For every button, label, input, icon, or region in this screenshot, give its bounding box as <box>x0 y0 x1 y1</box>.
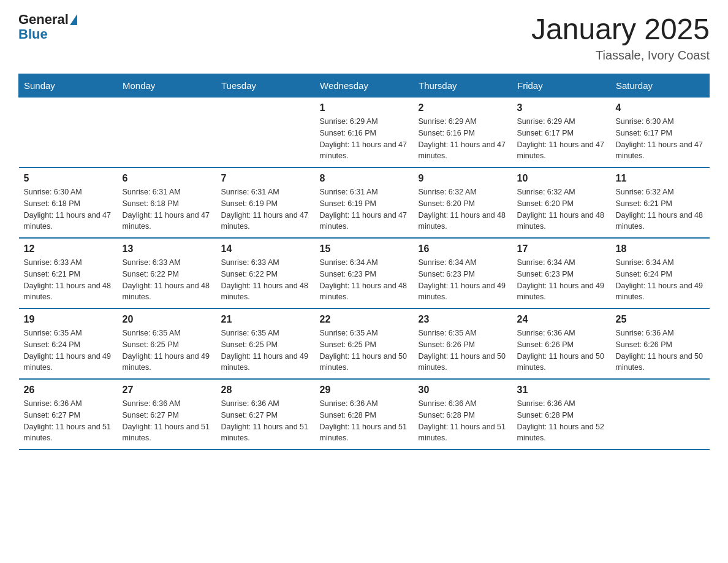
calendar-cell: 23Sunrise: 6:35 AMSunset: 6:26 PMDayligh… <box>414 308 512 379</box>
calendar-cell: 27Sunrise: 6:36 AMSunset: 6:27 PMDayligh… <box>118 379 216 450</box>
day-number: 13 <box>123 243 211 255</box>
day-info: Sunrise: 6:34 AMSunset: 6:23 PMDaylight:… <box>320 257 409 303</box>
logo-triangle-icon <box>70 14 77 25</box>
day-number: 29 <box>320 385 409 396</box>
day-number: 23 <box>419 314 507 325</box>
day-info: Sunrise: 6:29 AMSunset: 6:16 PMDaylight:… <box>419 116 507 162</box>
weekday-header-thursday: Thursday <box>414 74 512 98</box>
calendar-cell: 29Sunrise: 6:36 AMSunset: 6:28 PMDayligh… <box>315 379 414 450</box>
weekday-header-monday: Monday <box>118 74 216 98</box>
calendar-cell: 10Sunrise: 6:32 AMSunset: 6:20 PMDayligh… <box>512 167 611 238</box>
page-header: General Blue January 2025 Tiassale, Ivor… <box>18 12 710 63</box>
week-row-1: 1Sunrise: 6:29 AMSunset: 6:16 PMDaylight… <box>19 98 710 168</box>
calendar-cell: 9Sunrise: 6:32 AMSunset: 6:20 PMDaylight… <box>414 167 512 238</box>
calendar-cell: 28Sunrise: 6:36 AMSunset: 6:27 PMDayligh… <box>216 379 315 450</box>
calendar-cell: 4Sunrise: 6:30 AMSunset: 6:17 PMDaylight… <box>611 98 710 168</box>
day-info: Sunrise: 6:31 AMSunset: 6:19 PMDaylight:… <box>320 186 409 232</box>
day-info: Sunrise: 6:34 AMSunset: 6:23 PMDaylight:… <box>517 257 606 303</box>
logo-blue-text: Blue <box>18 26 48 42</box>
calendar-cell: 25Sunrise: 6:36 AMSunset: 6:26 PMDayligh… <box>611 308 710 379</box>
day-info: Sunrise: 6:32 AMSunset: 6:20 PMDaylight:… <box>517 186 606 232</box>
calendar-table: SundayMondayTuesdayWednesdayThursdayFrid… <box>18 74 710 450</box>
calendar-cell: 14Sunrise: 6:33 AMSunset: 6:22 PMDayligh… <box>216 238 315 308</box>
day-number: 5 <box>24 173 113 184</box>
day-info: Sunrise: 6:31 AMSunset: 6:18 PMDaylight:… <box>123 186 211 232</box>
day-info: Sunrise: 6:31 AMSunset: 6:19 PMDaylight:… <box>221 186 310 232</box>
day-number: 14 <box>221 243 310 255</box>
weekday-header-tuesday: Tuesday <box>216 74 315 98</box>
calendar-header: SundayMondayTuesdayWednesdayThursdayFrid… <box>19 74 710 98</box>
calendar-cell: 31Sunrise: 6:36 AMSunset: 6:28 PMDayligh… <box>512 379 611 450</box>
logo: General Blue <box>18 12 77 42</box>
day-info: Sunrise: 6:30 AMSunset: 6:17 PMDaylight:… <box>616 116 705 162</box>
calendar-cell: 12Sunrise: 6:33 AMSunset: 6:21 PMDayligh… <box>19 238 118 308</box>
week-row-3: 12Sunrise: 6:33 AMSunset: 6:21 PMDayligh… <box>19 238 710 308</box>
calendar-cell: 6Sunrise: 6:31 AMSunset: 6:18 PMDaylight… <box>118 167 216 238</box>
week-row-5: 26Sunrise: 6:36 AMSunset: 6:27 PMDayligh… <box>19 379 710 450</box>
day-info: Sunrise: 6:29 AMSunset: 6:17 PMDaylight:… <box>517 116 606 162</box>
day-number: 2 <box>419 102 507 113</box>
day-info: Sunrise: 6:29 AMSunset: 6:16 PMDaylight:… <box>320 116 409 162</box>
weekday-header-row: SundayMondayTuesdayWednesdayThursdayFrid… <box>19 74 710 98</box>
day-info: Sunrise: 6:35 AMSunset: 6:25 PMDaylight:… <box>123 327 211 373</box>
week-row-2: 5Sunrise: 6:30 AMSunset: 6:18 PMDaylight… <box>19 167 710 238</box>
calendar-cell: 11Sunrise: 6:32 AMSunset: 6:21 PMDayligh… <box>611 167 710 238</box>
calendar-cell: 19Sunrise: 6:35 AMSunset: 6:24 PMDayligh… <box>19 308 118 379</box>
weekday-header-friday: Friday <box>512 74 611 98</box>
day-number: 31 <box>517 385 606 396</box>
day-info: Sunrise: 6:33 AMSunset: 6:22 PMDaylight:… <box>221 257 310 303</box>
day-info: Sunrise: 6:36 AMSunset: 6:28 PMDaylight:… <box>419 398 507 444</box>
calendar-cell: 16Sunrise: 6:34 AMSunset: 6:23 PMDayligh… <box>414 238 512 308</box>
calendar-cell: 26Sunrise: 6:36 AMSunset: 6:27 PMDayligh… <box>19 379 118 450</box>
logo-general-text: General <box>18 12 69 27</box>
weekday-header-saturday: Saturday <box>611 74 710 98</box>
day-number: 16 <box>419 243 507 255</box>
calendar-cell: 8Sunrise: 6:31 AMSunset: 6:19 PMDaylight… <box>315 167 414 238</box>
day-info: Sunrise: 6:34 AMSunset: 6:23 PMDaylight:… <box>419 257 507 303</box>
calendar-cell: 20Sunrise: 6:35 AMSunset: 6:25 PMDayligh… <box>118 308 216 379</box>
day-info: Sunrise: 6:34 AMSunset: 6:24 PMDaylight:… <box>616 257 705 303</box>
calendar-cell: 3Sunrise: 6:29 AMSunset: 6:17 PMDaylight… <box>512 98 611 168</box>
calendar-cell: 7Sunrise: 6:31 AMSunset: 6:19 PMDaylight… <box>216 167 315 238</box>
calendar-cell: 2Sunrise: 6:29 AMSunset: 6:16 PMDaylight… <box>414 98 512 168</box>
day-info: Sunrise: 6:33 AMSunset: 6:22 PMDaylight:… <box>123 257 211 303</box>
day-info: Sunrise: 6:36 AMSunset: 6:28 PMDaylight:… <box>320 398 409 444</box>
calendar-title: January 2025 <box>531 12 710 46</box>
calendar-cell: 18Sunrise: 6:34 AMSunset: 6:24 PMDayligh… <box>611 238 710 308</box>
day-number: 12 <box>24 243 113 255</box>
day-number: 27 <box>123 385 211 396</box>
day-info: Sunrise: 6:36 AMSunset: 6:27 PMDaylight:… <box>24 398 113 444</box>
day-number: 30 <box>419 385 507 396</box>
calendar-cell: 30Sunrise: 6:36 AMSunset: 6:28 PMDayligh… <box>414 379 512 450</box>
day-number: 10 <box>517 173 606 184</box>
day-info: Sunrise: 6:32 AMSunset: 6:20 PMDaylight:… <box>419 186 507 232</box>
day-info: Sunrise: 6:36 AMSunset: 6:26 PMDaylight:… <box>616 327 705 373</box>
day-number: 25 <box>616 314 705 325</box>
day-info: Sunrise: 6:36 AMSunset: 6:28 PMDaylight:… <box>517 398 606 444</box>
day-number: 17 <box>517 243 606 255</box>
day-info: Sunrise: 6:35 AMSunset: 6:25 PMDaylight:… <box>320 327 409 373</box>
calendar-cell <box>216 98 315 168</box>
day-number: 6 <box>123 173 211 184</box>
day-info: Sunrise: 6:36 AMSunset: 6:27 PMDaylight:… <box>123 398 211 444</box>
day-number: 7 <box>221 173 310 184</box>
day-info: Sunrise: 6:36 AMSunset: 6:27 PMDaylight:… <box>221 398 310 444</box>
calendar-cell: 15Sunrise: 6:34 AMSunset: 6:23 PMDayligh… <box>315 238 414 308</box>
calendar-cell: 1Sunrise: 6:29 AMSunset: 6:16 PMDaylight… <box>315 98 414 168</box>
calendar-cell: 21Sunrise: 6:35 AMSunset: 6:25 PMDayligh… <box>216 308 315 379</box>
day-number: 18 <box>616 243 705 255</box>
day-number: 22 <box>320 314 409 325</box>
day-info: Sunrise: 6:30 AMSunset: 6:18 PMDaylight:… <box>24 186 113 232</box>
day-number: 21 <box>221 314 310 325</box>
day-number: 20 <box>123 314 211 325</box>
day-info: Sunrise: 6:33 AMSunset: 6:21 PMDaylight:… <box>24 257 113 303</box>
day-number: 1 <box>320 102 409 113</box>
calendar-subtitle: Tiassale, Ivory Coast <box>531 48 710 63</box>
calendar-cell <box>611 379 710 450</box>
week-row-4: 19Sunrise: 6:35 AMSunset: 6:24 PMDayligh… <box>19 308 710 379</box>
title-block: January 2025 Tiassale, Ivory Coast <box>531 12 710 63</box>
day-number: 28 <box>221 385 310 396</box>
calendar-cell <box>19 98 118 168</box>
calendar-body: 1Sunrise: 6:29 AMSunset: 6:16 PMDaylight… <box>19 98 710 450</box>
weekday-header-sunday: Sunday <box>19 74 118 98</box>
